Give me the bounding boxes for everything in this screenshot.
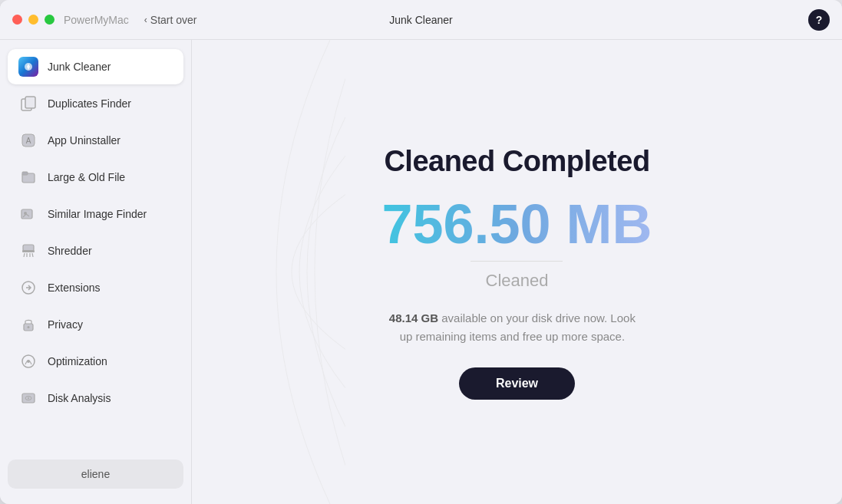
svg-line-11: [24, 253, 25, 257]
sidebar-item-label-duplicates-finder: Duplicates Finder: [48, 97, 131, 110]
sidebar-item-extensions[interactable]: Extensions: [8, 270, 183, 305]
sidebar-item-label-shredder: Shredder: [48, 245, 92, 257]
disk-gb: 48.14 GB: [389, 311, 438, 324]
extensions-icon: [18, 278, 38, 298]
sidebar-item-duplicates-finder[interactable]: Duplicates Finder: [8, 86, 183, 121]
optimization-icon: [18, 351, 38, 371]
main-content: Junk Cleaner Duplicates Finder: [0, 40, 842, 504]
sidebar-user[interactable]: eliene: [8, 460, 183, 489]
app-window: PowerMyMac ‹ Start over Junk Cleaner ?: [0, 0, 842, 504]
background-decoration: [192, 40, 345, 504]
cleaned-card: Cleaned Completed 756.50 MB Cleaned 48.1…: [381, 145, 652, 400]
svg-rect-6: [22, 172, 28, 175]
sidebar-item-label-large-old-file: Large & Old File: [48, 171, 125, 183]
svg-point-22: [28, 397, 29, 399]
chevron-left-icon: ‹: [144, 15, 147, 25]
privacy-icon: [18, 315, 38, 334]
sidebar-item-label-extensions: Extensions: [48, 282, 100, 294]
title-bar: PowerMyMac ‹ Start over Junk Cleaner ?: [0, 0, 842, 40]
sidebar-items: Junk Cleaner Duplicates Finder: [0, 49, 191, 453]
svg-line-14: [32, 253, 33, 257]
sidebar-item-shredder[interactable]: Shredder: [8, 233, 183, 268]
similar-image-finder-icon: [18, 204, 38, 224]
duplicates-finder-icon: [18, 94, 38, 114]
sidebar-item-app-uninstaller[interactable]: A App Uninstaller: [8, 123, 183, 158]
svg-text:A: A: [26, 137, 31, 145]
traffic-lights: [12, 15, 54, 25]
window-title: Junk Cleaner: [389, 14, 453, 26]
sidebar-user-name: eliene: [81, 468, 110, 480]
sidebar-item-disk-analysis[interactable]: Disk Analysis: [8, 380, 183, 416]
sidebar-item-similar-image-finder[interactable]: Similar Image Finder: [8, 196, 183, 232]
review-button[interactable]: Review: [459, 367, 575, 400]
cleaned-title: Cleaned Completed: [381, 145, 652, 178]
app-uninstaller-icon: A: [18, 130, 38, 150]
sidebar-item-label-optimization: Optimization: [48, 355, 107, 367]
start-over-button[interactable]: ‹ Start over: [144, 14, 197, 26]
close-button[interactable]: [12, 15, 22, 25]
sidebar-item-label-privacy: Privacy: [48, 318, 83, 331]
sidebar: Junk Cleaner Duplicates Finder: [0, 40, 192, 504]
app-name: PowerMyMac: [64, 14, 129, 26]
large-old-file-icon: [18, 167, 38, 187]
sidebar-item-large-old-file[interactable]: Large & Old File: [8, 160, 183, 195]
svg-rect-9: [23, 245, 34, 251]
junk-cleaner-icon: [18, 57, 38, 77]
help-button[interactable]: ?: [808, 9, 830, 31]
sidebar-item-label-app-uninstaller: App Uninstaller: [48, 134, 121, 147]
sidebar-item-privacy[interactable]: Privacy: [8, 307, 183, 342]
sidebar-item-label-junk-cleaner: Junk Cleaner: [48, 61, 111, 73]
sidebar-item-label-disk-analysis: Disk Analysis: [48, 392, 111, 404]
disk-info: 48.14 GB available on your disk drive no…: [381, 309, 642, 346]
minimize-button[interactable]: [28, 15, 38, 25]
sidebar-item-junk-cleaner[interactable]: Junk Cleaner: [8, 49, 183, 84]
disk-analysis-icon: [18, 388, 38, 408]
start-over-label: Start over: [150, 14, 197, 26]
svg-rect-10: [22, 250, 35, 252]
svg-point-19: [27, 360, 30, 363]
sidebar-item-optimization[interactable]: Optimization: [8, 344, 183, 379]
cleaned-label: Cleaned: [381, 271, 652, 291]
maximize-button: [45, 15, 54, 25]
sidebar-item-label-similar-image-finder: Similar Image Finder: [48, 208, 147, 220]
cleaned-amount: 756.50 MB: [381, 196, 652, 252]
svg-point-17: [28, 326, 30, 328]
content-area: Cleaned Completed 756.50 MB Cleaned 48.1…: [192, 40, 842, 504]
divider-line: [471, 261, 563, 262]
shredder-icon: [18, 241, 38, 261]
svg-rect-2: [25, 97, 35, 108]
